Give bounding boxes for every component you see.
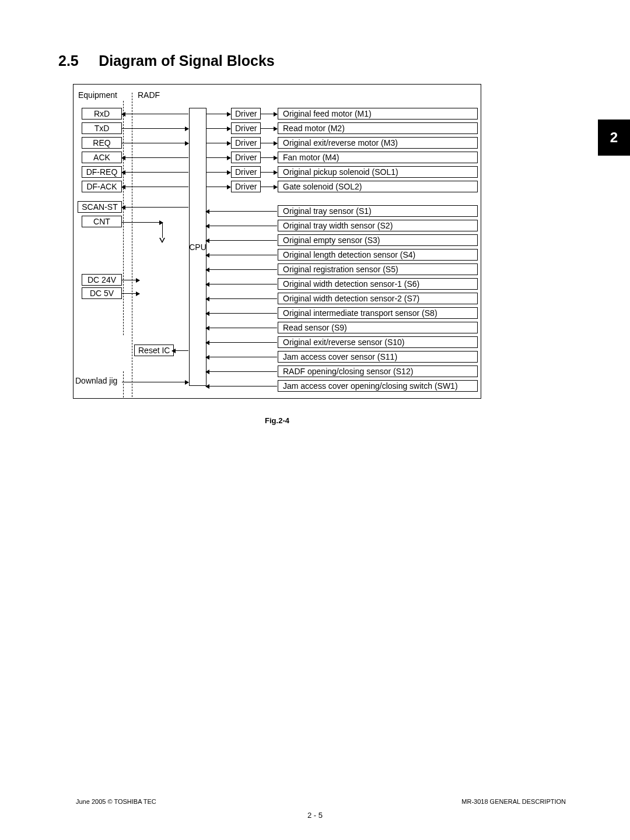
sensor-s6: Original width detection sensor-1 (S6) (278, 278, 478, 290)
arrow (206, 298, 277, 299)
signal-dc5v: DC 5V (82, 287, 122, 299)
arrow (261, 187, 277, 187)
arrow (206, 114, 230, 114)
signal-dfack: DF-ACK (82, 181, 122, 192)
cpu-block: CPU (189, 108, 206, 386)
arrow-down-icon (159, 238, 165, 243)
signal-dfreq: DF-REQ (82, 166, 122, 178)
section-number: 2.5 (58, 52, 79, 69)
arrow (122, 382, 188, 382)
equipment-label: Equipment (78, 90, 117, 100)
arrow (206, 172, 230, 173)
sensor-s8: Original intermediate transport sensor (… (278, 307, 478, 319)
arrow (206, 157, 230, 158)
arrow (172, 350, 188, 351)
chapter-tab: 2 (598, 120, 630, 156)
arrow (206, 240, 277, 241)
section-heading: 2.5 Diagram of Signal Blocks (58, 52, 583, 69)
arrow (122, 114, 188, 114)
arrow (206, 226, 277, 226)
sensor-s3: Original empty sensor (S3) (278, 234, 478, 246)
sensor-s11: Jam access cover sensor (S11) (278, 351, 478, 363)
signal-dc24v: DC 24V (82, 274, 122, 286)
figure-label: Fig.2-4 (73, 416, 481, 425)
motor-m3: Original exit/reverse motor (M3) (278, 137, 478, 149)
arrow (206, 328, 277, 328)
driver-box: Driver (231, 181, 261, 192)
vline (162, 222, 163, 238)
motor-m4: Fan motor (M4) (278, 152, 478, 163)
motor-m2: Read motor (M2) (278, 122, 478, 134)
sensor-s10: Original exit/reverse sensor (S10) (278, 336, 478, 348)
arrow (206, 128, 230, 129)
arrow (261, 128, 277, 129)
signal-cnt: CNT (82, 216, 122, 227)
sensor-s4: Original length detection sensor (S4) (278, 249, 478, 261)
solenoid-sol1: Original pickup solenoid (SOL1) (278, 166, 478, 178)
arrow (206, 187, 230, 187)
footer-right: MR-3018 GENERAL DESCRIPTION (461, 798, 566, 805)
arrow (206, 269, 277, 270)
arrow (206, 313, 277, 314)
sensor-s1: Original tray sensor (S1) (278, 205, 478, 217)
arrow (122, 128, 188, 129)
reset-ic-block: Reset IC (134, 345, 174, 356)
arrow (261, 157, 277, 158)
arrow (122, 187, 188, 187)
arrow (206, 255, 277, 255)
driver-box: Driver (231, 152, 261, 163)
arrow (261, 172, 277, 173)
sensor-s12: RADF opening/closing sensor (S12) (278, 365, 478, 377)
sensor-s5: Original registration sensor (S5) (278, 263, 478, 275)
driver-box: Driver (231, 122, 261, 134)
arrow (122, 293, 139, 294)
arrow (206, 284, 277, 284)
signal-txd: TxD (82, 122, 122, 134)
dashed-line (123, 101, 124, 335)
signal-block-diagram: Equipment RADF CPU RxD TxD REQ ACK DF-RE… (73, 84, 481, 399)
arrow (206, 342, 277, 343)
arrow (206, 211, 277, 212)
arrow (261, 143, 277, 143)
footer-left: June 2005 © TOSHIBA TEC (76, 798, 156, 805)
radf-label: RADF (138, 90, 160, 100)
arrow (261, 114, 277, 114)
arrow (122, 157, 188, 158)
signal-ack: ACK (82, 152, 122, 163)
driver-box: Driver (231, 108, 261, 120)
footer-page-number: 2 - 5 (0, 811, 630, 820)
arrow (206, 371, 277, 372)
arrow (122, 280, 139, 280)
arrow (122, 222, 163, 223)
signal-req: REQ (82, 137, 122, 149)
arrow (206, 386, 277, 386)
switch-sw1: Jam access cover opening/closing switch … (278, 380, 478, 392)
download-jig-label: Downlad jig (75, 376, 117, 385)
section-title: Diagram of Signal Blocks (99, 52, 274, 69)
motor-m1: Original feed motor (M1) (278, 108, 478, 120)
document-page: 2.5 Diagram of Signal Blocks Equipment R… (0, 0, 630, 840)
arrow (122, 207, 188, 208)
arrow (206, 143, 230, 143)
solenoid-sol2: Gate solenoid (SOL2) (278, 181, 478, 192)
sensor-s7: Original width detection sensor-2 (S7) (278, 293, 478, 304)
signal-scanst: SCAN-ST (78, 201, 122, 213)
driver-box: Driver (231, 137, 261, 149)
driver-box: Driver (231, 166, 261, 178)
arrow (122, 143, 188, 143)
dashed-line (132, 93, 132, 397)
sensor-s9: Read sensor (S9) (278, 322, 478, 333)
arrow (122, 172, 188, 173)
sensor-s2: Original tray width sensor (S2) (278, 220, 478, 231)
signal-rxd: RxD (82, 108, 122, 120)
arrow (206, 357, 277, 357)
dashed-line (123, 371, 124, 398)
